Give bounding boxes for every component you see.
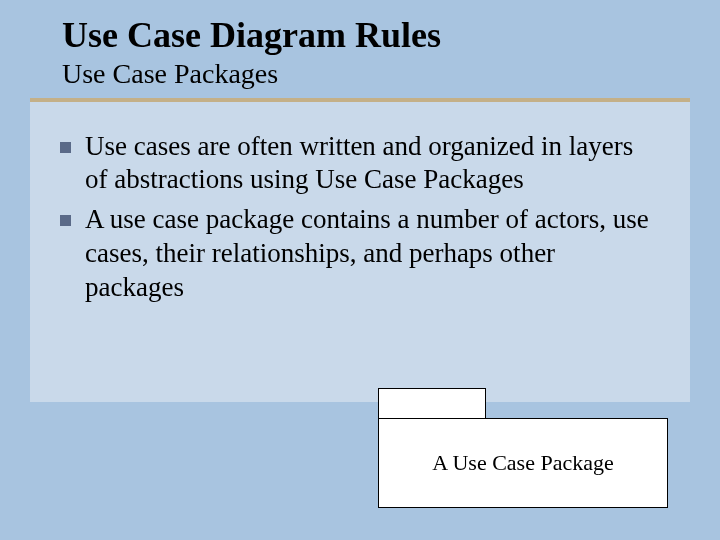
bullet-text: Use cases are often written and organize… (85, 130, 660, 198)
package-label: A Use Case Package (432, 450, 613, 476)
list-item: A use case package contains a number of … (60, 203, 660, 304)
package-body: A Use Case Package (378, 418, 668, 508)
slide-subtitle: Use Case Packages (62, 58, 720, 90)
slide-title: Use Case Diagram Rules (62, 16, 720, 56)
square-bullet-icon (60, 215, 71, 226)
list-item: Use cases are often written and organize… (60, 130, 660, 198)
square-bullet-icon (60, 142, 71, 153)
use-case-package-shape: A Use Case Package (378, 388, 668, 508)
bullet-text: A use case package contains a number of … (85, 203, 660, 304)
title-block: Use Case Diagram Rules Use Case Packages (0, 0, 720, 90)
content-area: Use cases are often written and organize… (30, 102, 690, 402)
bullet-list: Use cases are often written and organize… (60, 130, 660, 305)
package-tab (378, 388, 486, 418)
